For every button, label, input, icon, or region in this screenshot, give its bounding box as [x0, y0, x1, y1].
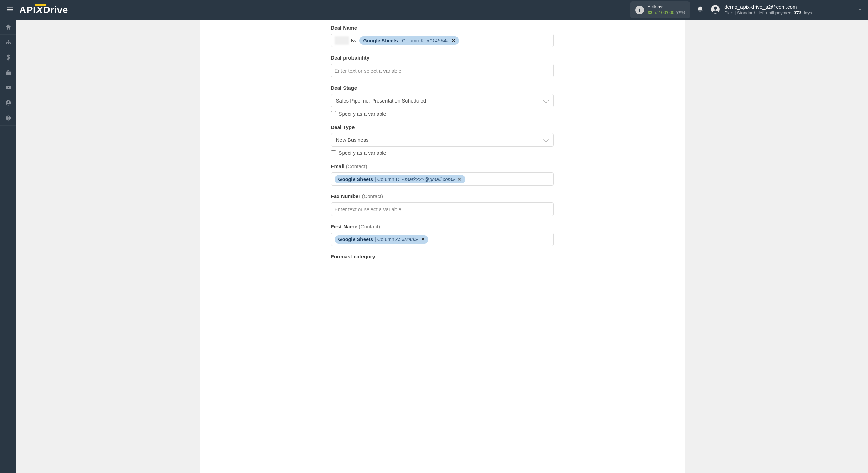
actions-counter[interactable]: i Actions: 32 of 100'000 (0%): [630, 1, 690, 19]
sidebar-account-icon[interactable]: [0, 95, 16, 110]
input-deal-probability[interactable]: [331, 64, 554, 77]
user-email: demo_apix-drive_s2@com.com: [724, 3, 812, 10]
label-deal-probability: Deal probability: [331, 55, 554, 61]
logo[interactable]: APIXDrive: [19, 4, 68, 15]
field-forecast: Forecast category: [331, 254, 554, 259]
actions-count: 32: [648, 10, 652, 15]
svg-rect-2: [8, 40, 9, 41]
field-deal-probability: Deal probability: [331, 55, 554, 77]
topbar: APIXDrive i Actions: 32 of 100'000 (0%) …: [0, 0, 868, 20]
sidebar: [0, 20, 16, 473]
field-deal-type: Deal Type New Business Specify as a vari…: [331, 124, 554, 156]
actions-max: 100'000: [659, 10, 674, 15]
chevron-down-icon: [857, 7, 863, 13]
chip-first-name[interactable]: Google Sheets | Column A: «Mark» ✕: [335, 235, 429, 244]
label-email: Email (Contact): [331, 163, 554, 169]
checkbox-label-deal-type[interactable]: Specify as a variable: [339, 150, 386, 156]
checkbox-deal-type-variable[interactable]: [331, 150, 336, 155]
field-email: Email (Contact) Google Sheets | Column D…: [331, 163, 554, 186]
info-icon: i: [635, 6, 644, 14]
chip-remove-icon[interactable]: ✕: [452, 38, 455, 43]
label-deal-stage: Deal Stage: [331, 85, 554, 91]
sidebar-billing-icon[interactable]: [0, 50, 16, 65]
textbox-deal-probability[interactable]: [335, 66, 550, 75]
textbox-fax[interactable]: [335, 205, 550, 214]
label-first-name: First Name (Contact): [331, 224, 554, 229]
field-deal-name: Deal Name № Google Sheets | Column K: «1…: [331, 25, 554, 47]
chip-remove-icon[interactable]: ✕: [458, 176, 462, 182]
field-deal-stage: Deal Stage Sales Pipeline: Presentation …: [331, 85, 554, 117]
user-menu[interactable]: demo_apix-drive_s2@com.com Plan | Standa…: [710, 3, 863, 16]
chip-email[interactable]: Google Sheets | Column D: «mark222@gmail…: [335, 175, 465, 183]
svg-point-1: [714, 7, 717, 10]
input-email[interactable]: Google Sheets | Column D: «mark222@gmail…: [331, 172, 554, 186]
label-fax: Fax Number (Contact): [331, 193, 554, 199]
actions-pct: (0%): [676, 10, 685, 15]
sidebar-home-icon[interactable]: [0, 20, 16, 35]
content-area: Deal Name № Google Sheets | Column K: «1…: [16, 20, 868, 473]
chip-remove-icon[interactable]: ✕: [421, 237, 425, 242]
label-deal-name: Deal Name: [331, 25, 554, 31]
user-avatar-icon: [710, 4, 720, 15]
input-deal-name[interactable]: № Google Sheets | Column K: «114564» ✕: [331, 34, 554, 47]
blurred-token: [335, 36, 349, 45]
deal-name-prefix: №: [351, 37, 357, 43]
svg-rect-4: [8, 43, 9, 44]
svg-rect-5: [10, 43, 11, 44]
sidebar-briefcase-icon[interactable]: [0, 65, 16, 80]
sidebar-connections-icon[interactable]: [0, 35, 16, 50]
svg-rect-6: [6, 71, 11, 75]
field-fax: Fax Number (Contact): [331, 193, 554, 216]
actions-of: of: [654, 10, 658, 15]
label-deal-type: Deal Type: [331, 124, 554, 130]
chip-deal-name[interactable]: Google Sheets | Column K: «114564» ✕: [359, 36, 459, 45]
notifications-icon[interactable]: [697, 6, 704, 14]
input-fax[interactable]: [331, 202, 554, 216]
select-deal-type[interactable]: New Business: [331, 133, 554, 147]
actions-label: Actions:: [648, 4, 685, 10]
user-plan: Plan | Standard | left until payment 373…: [724, 10, 812, 16]
sidebar-help-icon[interactable]: [0, 110, 16, 126]
input-first-name[interactable]: Google Sheets | Column A: «Mark» ✕: [331, 233, 554, 246]
svg-rect-3: [6, 43, 7, 44]
checkbox-label-deal-stage[interactable]: Specify as a variable: [339, 111, 386, 117]
field-first-name: First Name (Contact) Google Sheets | Col…: [331, 224, 554, 246]
sidebar-youtube-icon[interactable]: [0, 80, 16, 95]
label-forecast: Forecast category: [331, 254, 554, 259]
checkbox-deal-stage-variable[interactable]: [331, 111, 336, 116]
hamburger-menu-icon[interactable]: [3, 3, 17, 17]
user-info: demo_apix-drive_s2@com.com Plan | Standa…: [724, 3, 812, 16]
select-deal-stage[interactable]: Sales Pipeline: Presentation Scheduled: [331, 94, 554, 107]
svg-point-9: [7, 101, 9, 103]
form-panel: Deal Name № Google Sheets | Column K: «1…: [200, 20, 685, 473]
